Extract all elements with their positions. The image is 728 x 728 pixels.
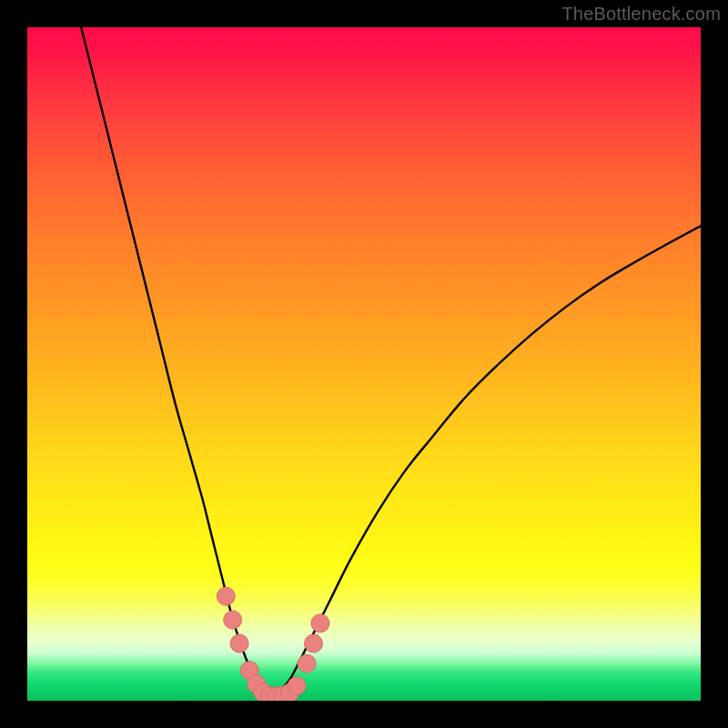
- chart-frame: TheBottleneck.com: [0, 0, 728, 728]
- marker-cluster: [217, 587, 329, 701]
- marker-point: [298, 654, 316, 672]
- marker-point: [217, 587, 235, 605]
- marker-point: [311, 614, 329, 632]
- right-branch-curve: [269, 226, 701, 696]
- curve-layer: [27, 27, 701, 701]
- watermark-text: TheBottleneck.com: [561, 4, 721, 25]
- plot-area: [27, 27, 701, 701]
- left-branch-curve: [81, 27, 269, 696]
- marker-point: [305, 634, 323, 652]
- marker-point: [288, 677, 306, 695]
- marker-point: [224, 611, 242, 629]
- marker-point: [230, 634, 248, 652]
